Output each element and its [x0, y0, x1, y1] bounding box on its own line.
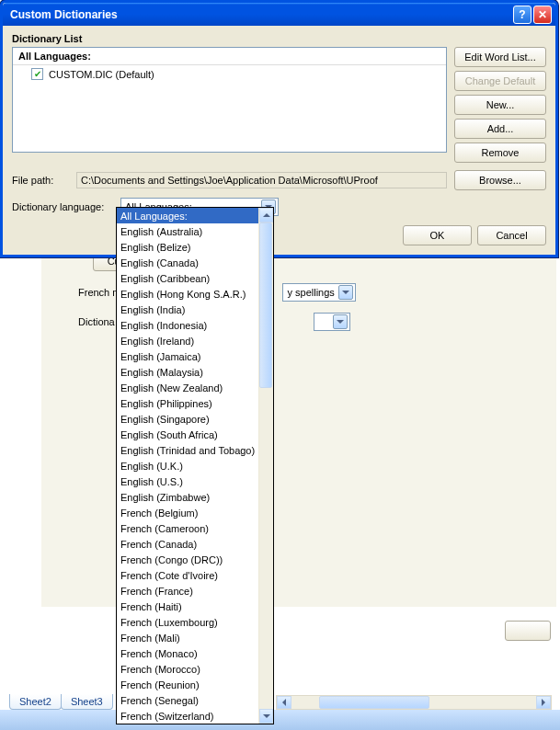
- dropdown-option[interactable]: English (Jamaica): [117, 348, 258, 364]
- dropdown-option[interactable]: English (Indonesia): [117, 317, 258, 333]
- scroll-right-icon[interactable]: [536, 696, 551, 709]
- dropdown-option[interactable]: French (Congo (DRC)): [117, 552, 258, 567]
- dropdown-option[interactable]: French (France): [117, 583, 258, 599]
- dropdown-option[interactable]: French (Switzerland): [117, 708, 258, 724]
- french-modes-label: French m: [78, 287, 120, 298]
- edit-word-list-button[interactable]: Edit Word List...: [454, 47, 546, 67]
- dropdown-option[interactable]: French (Canada): [117, 536, 258, 552]
- dropdown-option[interactable]: English (Trinidad and Tobago): [117, 442, 258, 458]
- checkbox-checked-icon[interactable]: ✔: [31, 68, 43, 80]
- dropdown-option[interactable]: French (Senegal): [117, 692, 258, 708]
- dropdown-option[interactable]: English (Malaysia): [117, 364, 258, 380]
- chevron-down-icon: [338, 285, 353, 300]
- dropdown-option[interactable]: French (Mali): [117, 630, 258, 645]
- dropdown-option[interactable]: English (South Africa): [117, 427, 258, 442]
- horizontal-scrollbar[interactable]: [276, 695, 552, 710]
- dropdown-option[interactable]: French (Monaco): [117, 645, 258, 661]
- dropdown-option[interactable]: English (Zimbabwe): [117, 489, 258, 505]
- help-icon[interactable]: ?: [513, 6, 531, 24]
- ok-button[interactable]: OK: [403, 225, 472, 245]
- scroll-up-icon[interactable]: [259, 208, 273, 222]
- sheet-tabs: Sheet2 Sheet3: [9, 694, 112, 710]
- dictionaries-combo[interactable]: [314, 313, 350, 331]
- browse-button[interactable]: Browse...: [454, 170, 546, 190]
- dropdown-option[interactable]: English (Ireland): [117, 333, 258, 348]
- dictionary-list-header: Dictionary List: [12, 33, 546, 44]
- scroll-down-icon[interactable]: [259, 709, 273, 724]
- dropdown-option[interactable]: French (Reunion): [117, 677, 258, 692]
- dictionary-item[interactable]: ✔ CUSTOM.DIC (Default): [13, 65, 446, 83]
- close-icon[interactable]: ✕: [533, 6, 552, 24]
- scroll-thumb[interactable]: [259, 222, 272, 388]
- dropdown-option[interactable]: English (India): [117, 302, 258, 317]
- titlebar[interactable]: Custom Dictionaries ? ✕: [3, 3, 555, 26]
- french-modes-combo[interactable]: y spellings: [282, 283, 355, 302]
- chevron-down-icon: [333, 314, 348, 329]
- tab-sheet2[interactable]: Sheet2: [9, 694, 62, 710]
- dropdown-option[interactable]: French (Cameroon): [117, 520, 258, 536]
- cancel-button[interactable]: Cancel: [477, 225, 546, 245]
- dropdown-option[interactable]: English (U.S.): [117, 473, 258, 489]
- dropdown-option[interactable]: English (U.K.): [117, 458, 258, 473]
- file-path-label: File path:: [12, 175, 69, 186]
- remove-button[interactable]: Remove: [454, 143, 546, 163]
- language-dropdown-list[interactable]: All Languages:English (Australia)English…: [116, 207, 274, 724]
- change-default-button: Change Default: [454, 71, 546, 91]
- dictionary-language-label: Dictionary language:: [12, 201, 115, 212]
- dropdown-option[interactable]: English (Australia): [117, 223, 258, 239]
- new-button[interactable]: New...: [454, 95, 546, 115]
- add-button[interactable]: Add...: [454, 119, 546, 139]
- dropdown-option[interactable]: English (Caribbean): [117, 270, 258, 286]
- scroll-thumb[interactable]: [319, 696, 429, 709]
- dialog-title: Custom Dictionaries: [10, 8, 513, 21]
- tab-sheet3[interactable]: Sheet3: [61, 694, 113, 710]
- dictionary-list-box[interactable]: All Languages: ✔ CUSTOM.DIC (Default): [12, 47, 447, 153]
- status-bar: [0, 710, 560, 730]
- dropdown-option[interactable]: All Languages:: [117, 208, 258, 223]
- file-path-field: C:\Documents and Settings\Joe\Applicatio…: [76, 172, 447, 188]
- dropdown-option[interactable]: English (New Zealand): [117, 380, 258, 395]
- dropdown-option[interactable]: English (Hong Kong S.A.R.): [117, 286, 258, 302]
- dropdown-option[interactable]: French (Morocco): [117, 661, 258, 677]
- scroll-left-icon[interactable]: [277, 696, 291, 709]
- dropdown-option[interactable]: French (Luxembourg): [117, 614, 258, 630]
- dropdown-option[interactable]: English (Philippines): [117, 395, 258, 411]
- dropdown-option[interactable]: French (Haiti): [117, 599, 258, 614]
- custom-dictionaries-dialog: Custom Dictionaries ? ✕ Dictionary List …: [0, 0, 558, 257]
- dropdown-option[interactable]: English (Singapore): [117, 411, 258, 427]
- dropdown-option[interactable]: English (Belize): [117, 239, 258, 255]
- dropdown-option[interactable]: English (Canada): [117, 255, 258, 270]
- dictionary-item-label: CUSTOM.DIC (Default): [49, 69, 154, 80]
- dropdown-option[interactable]: French (Cote d'Ivoire): [117, 567, 258, 583]
- dropdown-scrollbar[interactable]: [258, 208, 273, 724]
- partial-button[interactable]: [505, 621, 551, 641]
- dictionary-group-header: All Languages:: [13, 48, 446, 65]
- dropdown-option[interactable]: French (Belgium): [117, 505, 258, 520]
- dictionaries-label: Dictiona: [78, 316, 115, 327]
